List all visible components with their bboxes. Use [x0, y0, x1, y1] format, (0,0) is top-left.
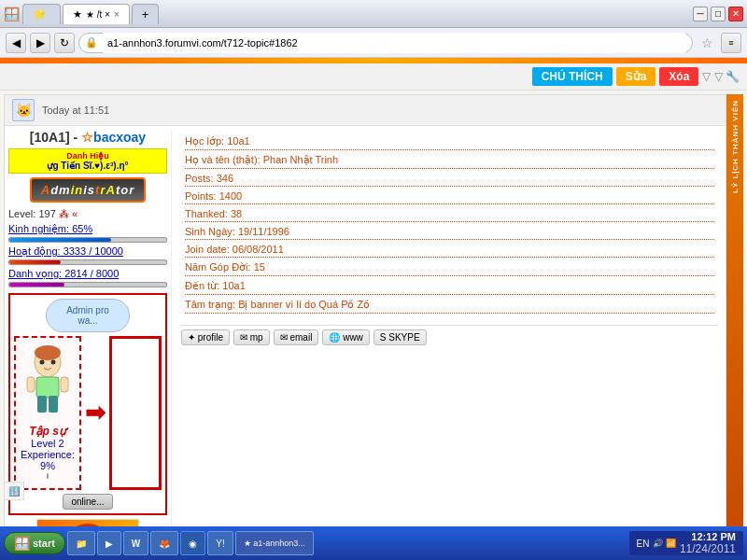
- tab-new[interactable]: +: [132, 4, 160, 24]
- tab-close-btn[interactable]: ×: [114, 9, 120, 20]
- danh-vong-fill: [9, 283, 64, 287]
- posts-row: Posts: 346: [185, 173, 714, 187]
- taskbar-firefox[interactable]: 🦊: [150, 531, 178, 555]
- xoa-button[interactable]: Xóa: [659, 67, 698, 86]
- profile-btn[interactable]: ✦ profile: [181, 329, 230, 345]
- tab-active[interactable]: ★ ★ /t × ×: [63, 4, 130, 24]
- arrow-right: ➡: [85, 399, 106, 427]
- time-display: 12:12 PM: [680, 531, 736, 542]
- system-tray: EN 🔊 📶 12:12 PM 11/24/2011: [629, 531, 743, 555]
- taskbar-word[interactable]: W: [123, 531, 148, 555]
- back-btn[interactable]: ◀: [6, 33, 26, 53]
- ho-ten-row: Họ và tên (thật): Phan Nhật Trinh: [185, 154, 714, 169]
- points-row: Points: 1400: [185, 190, 714, 204]
- username-area: [10A1] - ☆bacxoay: [8, 130, 167, 145]
- danh-vong-bar: [8, 282, 167, 287]
- character-svg: [20, 345, 76, 425]
- svg-rect-4: [36, 377, 59, 398]
- taskbar: 🪟 start 📁 ▶ W 🦊 ◉ Y! ★ a1-annhon3... EN …: [0, 526, 747, 560]
- action-buttons-bar: CHÚ THÍCH Sửa Xóa ▽ ▽ 🔧: [0, 63, 747, 91]
- sua-button[interactable]: Sửa: [616, 67, 656, 86]
- taskbar-active-window[interactable]: ★ a1-annhon3...: [235, 531, 314, 555]
- rank-title: Tập sự: [29, 425, 66, 438]
- username-char: ☆: [81, 130, 93, 145]
- svg-point-2: [40, 360, 45, 365]
- date-display: 11/24/2011: [680, 542, 736, 555]
- tab-label: ★ /t ×: [86, 9, 110, 20]
- username: bacxoay: [93, 130, 146, 145]
- svg-rect-6: [49, 396, 58, 413]
- svg-rect-8: [61, 377, 68, 392]
- svg-rect-7: [27, 377, 35, 392]
- start-button[interactable]: 🪟 start: [4, 532, 65, 554]
- level-text: Level: 197 ⁂ «: [8, 208, 167, 220]
- sidebar-label: LÝ LỊCH THÀNH VIÊN: [729, 94, 741, 199]
- danh-hieu-value: ựg Tiến Sĩ.♥).ε³).η°: [15, 161, 161, 171]
- hoat-dong-fill: [9, 260, 61, 264]
- hoat-dong-bar: [8, 259, 167, 265]
- forward-btn[interactable]: ▶: [30, 33, 50, 53]
- svg-point-3: [51, 360, 56, 365]
- hoat-dong-row: Hoạt động: 3333 / 10000: [8, 245, 167, 258]
- svg-rect-5: [37, 396, 47, 413]
- right-sidebar: LÝ LỊCH THÀNH VIÊN GÓP Ý: [726, 94, 743, 526]
- kinh-nghiem-row: Kinh nghiệm: 65%: [8, 223, 167, 235]
- reload-btn[interactable]: ↻: [54, 33, 75, 53]
- clock: 12:12 PM 11/24/2011: [680, 531, 736, 555]
- rank-level: Level 2: [31, 438, 63, 449]
- den-tu-row: Đến từ: 10a1: [185, 280, 714, 295]
- avatar-card: Admin pro wa...: [8, 293, 167, 515]
- email-btn[interactable]: ✉ email: [274, 329, 319, 345]
- stats-area: Level: 197 ⁂ « Kinh nghiệm: 65% Hoạt độn…: [8, 208, 167, 287]
- admin-title: AdministrAtor: [8, 177, 167, 203]
- menu-btn[interactable]: ≡: [721, 33, 741, 53]
- profile-info: Học lớp: 10a1 Họ và tên (thật): Phan Nhậ…: [181, 132, 718, 321]
- admin-graphic: AdministrAtor: [30, 177, 146, 203]
- taskbar-media[interactable]: ▶: [97, 531, 121, 555]
- exp-bar: [47, 473, 49, 479]
- taskbar-folder[interactable]: 📁: [67, 531, 95, 555]
- danh-hieu-label: Danh Hiệu: [15, 151, 161, 161]
- online-button[interactable]: online...: [63, 494, 112, 510]
- thanked-row: Thanked: 38: [185, 208, 714, 222]
- cloud-bubble: Admin pro wa...: [46, 299, 130, 332]
- profile-section: Học lớp: 10a1 Họ và tên (thật): Phan Nhậ…: [177, 130, 722, 526]
- title-bar: 🪟 ⭐ ★ ★ /t × × + ─ □ ✕: [0, 0, 747, 28]
- post-toolbar: ✦ profile ✉ mp ✉ email 🌐 www S SKYPE: [181, 325, 718, 349]
- post-header: 🐱 Today at 11:51: [5, 95, 726, 126]
- taskbar-yahoo[interactable]: Y!: [207, 531, 233, 555]
- tab-inactive[interactable]: ⭐: [22, 4, 61, 24]
- join-date-row: Join date: 06/08/2011: [185, 244, 714, 258]
- bookmark-btn[interactable]: ☆: [697, 33, 717, 53]
- nav-bar: ◀ ▶ ↻ 🔒 ☆ ≡: [0, 28, 747, 58]
- rank-exp: Experience: 9%: [20, 449, 76, 471]
- kinh-nghiem-fill: [9, 238, 111, 242]
- username-prefix: [10A1] -: [30, 130, 81, 145]
- maximize-btn[interactable]: □: [711, 7, 726, 21]
- chu-thich-button[interactable]: CHÚ THÍCH: [532, 67, 613, 86]
- sinh-ngay-row: Sinh Ngày: 19/11/1996: [185, 226, 714, 240]
- hoc-lop-row: Học lớp: 10a1: [185, 135, 714, 150]
- close-btn[interactable]: ✕: [728, 7, 743, 21]
- taskbar-chrome[interactable]: ◉: [180, 531, 205, 555]
- lang-indicator: EN: [637, 539, 650, 549]
- big-avatar: [36, 519, 139, 526]
- www-btn[interactable]: 🌐 www: [322, 329, 369, 345]
- address-bar[interactable]: [102, 33, 686, 53]
- svg-point-1: [35, 345, 61, 360]
- danh-vong-row: Danh vọng: 2814 / 8000: [8, 268, 167, 280]
- post-image-box: [109, 336, 162, 490]
- tray-icons: 🔊 📶: [653, 539, 676, 548]
- mp-btn[interactable]: ✉ mp: [233, 329, 270, 345]
- kinh-nghiem-bar: [8, 237, 167, 243]
- title-badge: Danh Hiệu ựg Tiến Sĩ.♥).ε³).η°: [8, 148, 167, 174]
- character-frame: Tập sự Level 2 Experience: 9%: [14, 336, 81, 490]
- minimize-btn[interactable]: ─: [693, 7, 708, 21]
- tam-trang-row: Tâm trạng: Bị banner vì lí do Quá Pồ Zồ: [185, 299, 714, 314]
- svg-point-10: [71, 524, 105, 526]
- page-number: 🔢: [4, 482, 24, 500]
- post-time: Today at 11:51: [42, 105, 109, 116]
- skype-btn[interactable]: S SKYPE: [374, 329, 427, 345]
- filter-icons: ▽ ▽ 🔧: [702, 70, 740, 83]
- windows-logo: 🪟: [14, 536, 30, 551]
